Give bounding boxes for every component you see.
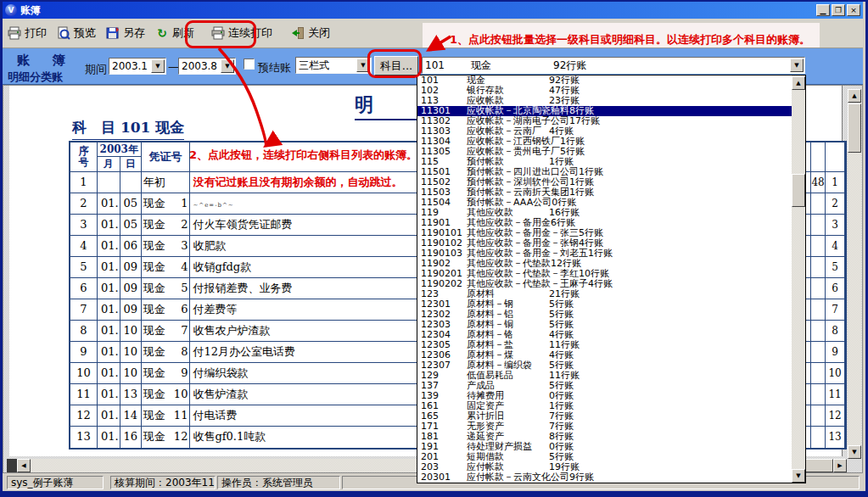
- list-item-name: 应付帐款－云南文化公司: [467, 472, 569, 483]
- save-as-label: 另存: [123, 25, 145, 41]
- cell-balance-sliver: [811, 342, 826, 362]
- cell-right-seq: 3: [826, 215, 845, 235]
- chevron-down-icon[interactable]: ▼: [790, 59, 804, 72]
- cell-month: 01.: [98, 257, 120, 277]
- cell-right-seq: 12: [826, 405, 845, 426]
- cell-month: 01.: [98, 363, 120, 383]
- subject-name: 现金: [155, 119, 184, 136]
- header-col-b: [826, 142, 845, 171]
- red-box-continuous-print: [185, 20, 256, 48]
- preview-button[interactable]: 预览: [52, 23, 101, 43]
- window-border-bottom: [0, 491, 868, 497]
- cell-balance-sliver: [811, 384, 826, 405]
- scroll-up-icon[interactable]: ▲: [848, 89, 861, 103]
- subject-code: 101: [120, 119, 151, 136]
- cell-seq: 3: [70, 215, 98, 235]
- header-voucher: 凭证号: [142, 142, 191, 171]
- cell-right-seq: 11: [826, 384, 845, 405]
- account-rows: 92行账: [553, 59, 586, 71]
- save-as-button[interactable]: 另存: [101, 23, 150, 43]
- cell-day: 10: [120, 363, 142, 383]
- style-combo[interactable]: 三栏式 ▼: [295, 57, 372, 74]
- cell-right-seq: 6: [826, 278, 845, 299]
- cell-voucher: 现金8: [142, 342, 191, 362]
- cell-month: 01.: [98, 278, 120, 299]
- cell-balance-sliver: [811, 321, 826, 341]
- status-panel: 操作员：系统管理员: [217, 476, 340, 489]
- cell-voucher: 现金12: [142, 427, 191, 448]
- cell-voucher: 现金9: [142, 363, 191, 383]
- preview-label: 预览: [74, 25, 96, 41]
- cell-day: 14: [120, 405, 142, 426]
- cell-voucher: 现金11: [142, 405, 191, 426]
- cell-right-seq: 5: [826, 257, 845, 277]
- close-window-button[interactable]: 关闭: [286, 23, 335, 43]
- list-scrollbar-track[interactable]: [792, 75, 805, 483]
- cell-voucher: 现金6: [142, 299, 191, 320]
- status-panel: sys_例子账薄: [7, 476, 104, 489]
- cell-seq: 12: [70, 405, 98, 426]
- scroll-left-icon[interactable]: ◀: [17, 459, 31, 472]
- cell-right-seq: 2: [826, 193, 845, 214]
- cell-month: 01.: [98, 193, 120, 214]
- list-item-rows: 4行账: [588, 278, 613, 289]
- pre-close-label: 预结账: [258, 60, 291, 75]
- close-button[interactable]: ×: [847, 4, 860, 16]
- cell-voucher: 现金2: [142, 215, 191, 235]
- list-item-rows: 9行账: [569, 472, 594, 483]
- cell-month: 01.: [98, 236, 120, 256]
- cell-day: [120, 172, 142, 193]
- scroll-right-icon[interactable]: ▶: [833, 459, 847, 472]
- cell-seq: 8: [70, 321, 98, 341]
- cell-day: 09: [120, 299, 142, 320]
- account-combo[interactable]: 101现金92行账 ▼: [422, 57, 805, 74]
- annotation-note1: 1、点此按钮批量选择一级科目或明细科目。以连续打印多个科目的账簿。: [450, 32, 810, 47]
- cell-month: 01.: [98, 342, 120, 362]
- list-item[interactable]: 20301应付帐款－云南文化公司9行账: [417, 472, 793, 483]
- minimize-button[interactable]: ▁: [816, 4, 830, 16]
- annotation-note2: 2、点此按钮，连续打印右侧科目列表的账簿。: [189, 148, 417, 163]
- cell-voucher: 现金7: [142, 321, 191, 341]
- cell-seq: 9: [70, 342, 98, 362]
- chevron-down-icon[interactable]: ▼: [221, 59, 234, 73]
- list-item-rows: 17行账: [569, 115, 600, 126]
- list-scroll-down-icon[interactable]: ▼: [792, 469, 805, 483]
- cell-month: 01.: [98, 215, 120, 235]
- cell-balance-sliver: 48: [811, 172, 826, 193]
- cell-day: 09: [120, 278, 142, 299]
- cell-voucher: 年初: [142, 172, 191, 193]
- close-window-label: 关闭: [308, 25, 330, 41]
- cell-day: 10: [120, 321, 142, 341]
- list-scrollbar-thumb[interactable]: [792, 174, 805, 207]
- print-label: 打印: [25, 25, 47, 41]
- cell-voucher: 现金3: [142, 236, 191, 256]
- style-value: 三栏式: [296, 59, 356, 73]
- cell-voucher: 现金4: [142, 257, 191, 277]
- list-scroll-up-icon[interactable]: ▲: [792, 76, 805, 90]
- cell-balance-sliver: [811, 193, 826, 214]
- period-to-combo[interactable]: 2003.8 ▼: [178, 58, 236, 75]
- chevron-down-icon[interactable]: ▼: [151, 59, 165, 73]
- cell-right-seq: 9: [826, 342, 845, 362]
- window-border-left: [0, 0, 3, 497]
- maximize-button[interactable]: ❐: [832, 4, 845, 16]
- scroll-down-icon[interactable]: ▼: [848, 445, 861, 459]
- cell-month: 01.: [98, 299, 120, 320]
- cell-balance-sliver: [811, 405, 826, 426]
- account-list-dropdown: 101现金92行账 102银行存款47行账 113应收帐款23行账 11301应…: [417, 75, 806, 483]
- account-code: 101: [425, 59, 471, 71]
- cell-day: 05: [120, 215, 142, 235]
- cell-balance-sliver: [811, 363, 826, 383]
- period-to-value: 2003.8: [179, 60, 221, 72]
- pre-close-checkbox[interactable]: [244, 59, 255, 70]
- period-from-combo[interactable]: 2003.1 ▼: [109, 58, 166, 75]
- vertical-scrollbar-thumb[interactable]: [848, 103, 861, 153]
- print-button[interactable]: 打印: [3, 23, 52, 43]
- cell-month: 01.: [98, 321, 120, 341]
- cell-day: 06: [120, 236, 142, 256]
- cell-balance-sliver: [811, 278, 826, 299]
- cell-day: 13: [120, 384, 142, 405]
- period-from-value: 2003.1: [109, 60, 151, 72]
- header-month: 月: [98, 157, 120, 171]
- scrollbar-corner: [7, 459, 17, 472]
